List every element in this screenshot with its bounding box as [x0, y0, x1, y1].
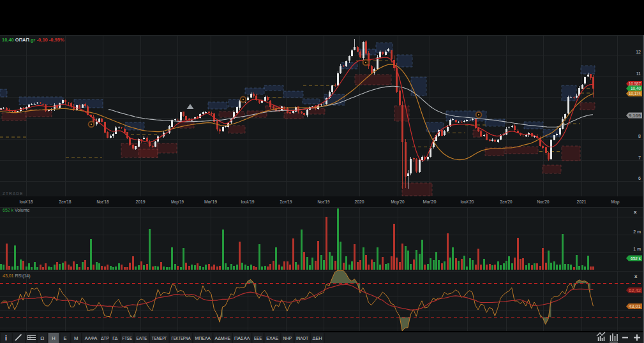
svg-text:1 m: 1 m [633, 247, 641, 251]
svg-text:2021: 2021 [577, 200, 587, 204]
svg-text:Ιουλ'19: Ιουλ'19 [241, 200, 255, 204]
svg-text:9,169: 9,169 [629, 113, 641, 118]
svg-text:43,01 RSI(14): 43,01 RSI(14) [3, 274, 31, 279]
svg-text:10,587: 10,587 [629, 82, 641, 86]
svg-text:Η: Η [52, 335, 56, 341]
svg-text:62,42: 62,42 [629, 288, 641, 293]
svg-text:Μ: Μ [74, 335, 79, 341]
svg-text:ΔΤΡ: ΔΤΡ [101, 335, 109, 341]
svg-text:Μαρ: Μαρ [611, 200, 620, 205]
svg-text:Μαι'19: Μαι'19 [204, 200, 217, 204]
svg-text:Ιουλ'20: Ιουλ'20 [461, 200, 474, 204]
svg-text:7: 7 [638, 156, 641, 160]
svg-text:ΔΕΗ: ΔΕΗ [313, 335, 322, 341]
svg-text:ΠΑΣΑΛ: ΠΑΣΑΛ [234, 335, 250, 341]
svg-text:11: 11 [636, 71, 641, 76]
svg-text:2019: 2019 [136, 200, 146, 204]
svg-text:ΤΕΝΕΡΓ: ΤΕΝΕΡΓ [152, 335, 167, 341]
svg-text:ΕΕΕ: ΕΕΕ [254, 335, 262, 341]
svg-text:Μαρ'20: Μαρ'20 [391, 200, 405, 205]
svg-text:x: x [634, 209, 637, 215]
svg-text:x: x [634, 274, 638, 279]
svg-text:ΝΗΡ: ΝΗΡ [283, 335, 292, 341]
svg-text:Ω: Ω [40, 335, 44, 341]
svg-text:ZTRADE: ZTRADE [3, 191, 23, 196]
svg-text:10,40 ΟΠΑΠ.gr -0,10 -0,95%: 10,40 ΟΠΑΠ.gr -0,10 -0,95% [2, 37, 64, 43]
svg-text:Μαρ'19: Μαρ'19 [171, 200, 184, 205]
svg-text:43,01: 43,01 [629, 304, 641, 309]
svg-text:ΕΧΑΕ: ΕΧΑΕ [266, 335, 278, 341]
svg-text:ΑΛΦΑ: ΑΛΦΑ [85, 335, 97, 341]
svg-text:652 k: 652 k [631, 256, 641, 261]
svg-text:2020: 2020 [355, 200, 364, 204]
svg-text:Νοε'20: Νοε'20 [537, 200, 550, 204]
svg-text:FTSE: FTSE [122, 335, 132, 341]
svg-text:2 m: 2 m [633, 230, 641, 234]
svg-text:Μαι'20: Μαι'20 [423, 200, 437, 204]
svg-text:652 k Volume: 652 k Volume [3, 208, 30, 212]
svg-text:ΜΠΕΛΑ: ΜΠΕΛΑ [195, 335, 211, 341]
svg-text:Νοε'18: Νοε'18 [97, 200, 109, 204]
svg-text:Ιουλ'18: Ιουλ'18 [20, 200, 33, 204]
svg-text:Νοε'19: Νοε'19 [318, 200, 330, 204]
svg-text:Σεπ'18: Σεπ'18 [59, 200, 71, 204]
svg-text:Σεπ'19: Σεπ'19 [280, 200, 292, 204]
svg-text:ΙΝΛΟΤ: ΙΝΛΟΤ [296, 335, 308, 341]
svg-text:Ε: Ε [64, 335, 67, 341]
svg-text:Σεπ'20: Σεπ'20 [500, 200, 513, 204]
svg-text:8: 8 [638, 134, 641, 138]
svg-text:ΓΕΚΤΕΡΝΑ: ΓΕΚΤΕΡΝΑ [172, 335, 191, 341]
svg-text:ΕΛΠΕ: ΕΛΠΕ [137, 335, 147, 341]
svg-text:ΑΔΜΗΕ: ΑΔΜΗΕ [215, 335, 231, 341]
svg-text:10,174: 10,174 [629, 91, 641, 96]
svg-text:ΓΔ: ΓΔ [112, 335, 117, 341]
svg-text:12: 12 [636, 50, 641, 54]
svg-text:i: i [5, 335, 7, 342]
svg-text:10,40: 10,40 [631, 86, 641, 91]
svg-text:6: 6 [638, 176, 641, 180]
